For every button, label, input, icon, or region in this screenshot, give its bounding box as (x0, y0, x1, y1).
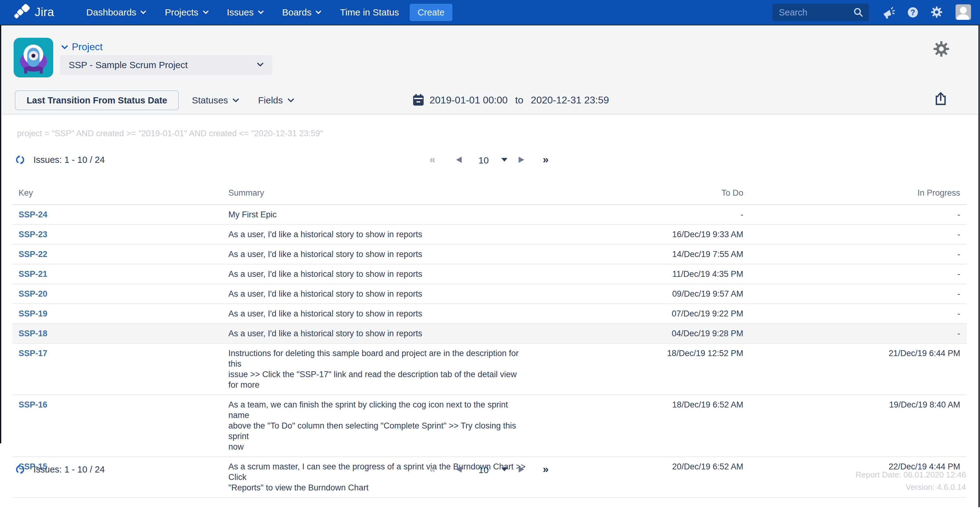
issue-summary: As a user, I'd like a historical story t… (228, 249, 527, 260)
pagination: « 10 » (0, 151, 980, 168)
nav-item-dashboards[interactable]: Dashboards (86, 7, 146, 18)
project-section[interactable]: Project (61, 42, 103, 53)
issues-table: Key Summary To Do In Progress SSP-24My F… (13, 181, 967, 498)
announcements-button[interactable] (881, 6, 895, 19)
prev-page-button[interactable] (456, 461, 462, 478)
inprogress-date: - (743, 269, 960, 279)
inprogress-date: - (743, 249, 960, 260)
inprogress-date: - (743, 229, 960, 239)
first-page-button[interactable]: « (430, 461, 435, 478)
first-page-button[interactable]: « (430, 151, 435, 168)
window-frame-left (0, 26, 1, 444)
time-in-status-page: Jira Dashboards Projects Issues Boards T… (0, 0, 980, 514)
prev-page-button[interactable] (456, 151, 462, 168)
statuses-dropdown[interactable]: Statuses (192, 90, 239, 110)
help-button[interactable]: ? (906, 6, 919, 19)
issues-summary-bottom: Issues: 1 - 10 / 24 « 10 » (0, 461, 980, 478)
chevron-down-icon (258, 11, 264, 14)
chevron-down-icon (141, 11, 146, 14)
date-to-label: to (515, 95, 523, 106)
pagination: « 10 » (0, 461, 980, 478)
report-type-dropdown[interactable]: Last Transition From Status Date (15, 90, 178, 110)
gear-icon (932, 40, 950, 57)
inprogress-date: - (743, 328, 960, 339)
issue-summary: As a team, we can finish the sprint by c… (228, 399, 527, 452)
brand-name: Jira (35, 6, 54, 19)
issue-key-link[interactable]: SSP-17 (19, 349, 47, 358)
table-row: SSP-17Instructions for deleting this sam… (13, 344, 967, 395)
page-size-dropdown[interactable] (501, 461, 508, 478)
issue-table-body: SSP-24My First Epic--SSP-23As a user, I'… (13, 205, 967, 498)
last-page-button[interactable]: » (543, 151, 549, 168)
todo-date: 16/Dec/19 9:33 AM (527, 229, 743, 239)
issue-summary: As a user, I'd like a historical story t… (228, 328, 527, 339)
chevron-down-icon (61, 45, 68, 49)
inprogress-date: - (743, 289, 960, 299)
calendar-icon (412, 94, 425, 107)
jira-logo[interactable]: Jira (14, 4, 54, 21)
issue-summary: As a user, I'd like a historical story t… (228, 269, 527, 279)
date-to: 2020-12-31 23:59 (531, 95, 609, 106)
todo-date: 09/Dec/19 9:57 AM (527, 289, 743, 299)
page-size-dropdown[interactable] (501, 151, 508, 168)
page-size-value: 10 (478, 461, 488, 478)
next-page-button[interactable] (519, 151, 524, 168)
search-input[interactable]: Search (772, 4, 869, 21)
issue-key-link[interactable]: SSP-19 (19, 309, 47, 318)
table-row: SSP-21As a user, I'd like a historical s… (13, 265, 967, 284)
todo-date: 07/Dec/19 9:22 PM (527, 308, 743, 319)
nav-item-projects[interactable]: Projects (165, 7, 208, 18)
next-page-button[interactable] (519, 461, 524, 478)
issue-summary: As a user, I'd like a historical story t… (228, 289, 527, 299)
table-row: SSP-20As a user, I'd like a historical s… (13, 284, 967, 304)
export-button[interactable] (934, 92, 947, 106)
page-size-value: 10 (478, 151, 488, 168)
user-avatar[interactable] (955, 5, 971, 20)
issue-key-link[interactable]: SSP-22 (19, 249, 47, 259)
col-inprogress[interactable]: In Progress (743, 188, 960, 197)
issue-key-link[interactable]: SSP-21 (19, 270, 47, 279)
col-todo[interactable]: To Do (527, 188, 743, 197)
project-select-value: SSP - Sample Scrum Project (69, 60, 257, 70)
window-frame-top (0, 24, 980, 26)
date-from: 2019-01-01 00:00 (430, 95, 508, 106)
nav-item-issues[interactable]: Issues (227, 7, 264, 18)
col-summary[interactable]: Summary (228, 188, 527, 197)
create-button[interactable]: Create (409, 4, 452, 21)
settings-button[interactable] (930, 6, 943, 19)
issue-key-link[interactable]: SSP-20 (19, 289, 47, 299)
todo-date: 11/Dec/19 4:35 PM (527, 269, 743, 279)
issue-key-link[interactable]: SSP-16 (19, 400, 47, 409)
issue-key-link[interactable]: SSP-18 (19, 329, 47, 338)
todo-date: - (527, 209, 743, 220)
issue-key-link[interactable]: SSP-23 (19, 230, 47, 239)
table-row: SSP-23As a user, I'd like a historical s… (13, 225, 967, 244)
svg-text:?: ? (910, 8, 915, 16)
report-footer: Report Date: 06.01.2020 12:46 Version: 4… (856, 469, 966, 493)
report-settings-button[interactable] (932, 40, 950, 57)
top-nav: Jira Dashboards Projects Issues Boards T… (0, 0, 980, 24)
help-icon: ? (906, 6, 919, 19)
table-row: SSP-16As a team, we can finish the sprin… (13, 395, 967, 457)
table-row: SSP-18As a user, I'd like a historical s… (13, 324, 967, 344)
col-key[interactable]: Key (13, 188, 228, 197)
issue-summary: As a user, I'd like a historical story t… (228, 308, 527, 319)
date-range[interactable]: 2019-01-01 00:00 to 2020-12-31 23:59 (412, 90, 609, 110)
fields-dropdown[interactable]: Fields (258, 90, 294, 110)
project-select[interactable]: SSP - Sample Scrum Project (60, 55, 272, 75)
table-row: SSP-24My First Epic-- (13, 205, 967, 225)
megaphone-icon (881, 6, 895, 19)
search-icon (853, 8, 863, 18)
table-row: SSP-19As a user, I'd like a historical s… (13, 304, 967, 324)
jira-logo-icon (14, 4, 31, 21)
table-header: Key Summary To Do In Progress (13, 181, 967, 205)
nav-menu: Dashboards Projects Issues Boards Time i… (86, 7, 399, 18)
nav-item-boards[interactable]: Boards (282, 7, 321, 18)
chevron-down-icon (316, 11, 321, 14)
issue-summary: As a user, I'd like a historical story t… (228, 229, 527, 239)
issue-key-link[interactable]: SSP-24 (19, 210, 47, 219)
last-page-button[interactable]: » (543, 461, 549, 478)
jql-query: project = "SSP" AND created >= "2019-01-… (17, 129, 323, 138)
nav-item-time-in-status[interactable]: Time in Status (340, 7, 399, 18)
todo-date: 04/Dec/19 9:28 PM (527, 328, 743, 339)
